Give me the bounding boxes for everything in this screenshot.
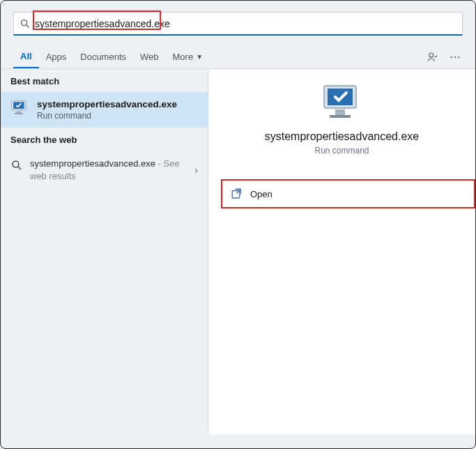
- search-icon: [10, 159, 23, 172]
- svg-rect-14: [335, 109, 345, 115]
- web-result-text: systempropertiesadvanced.exe - See web r…: [30, 158, 187, 183]
- action-open-label: Open: [250, 189, 272, 199]
- search-icon: [20, 18, 31, 29]
- tab-more[interactable]: More ▼: [166, 46, 210, 68]
- best-match-text: systempropertiesadvanced.exe Run command: [37, 99, 177, 121]
- tab-more-label: More: [173, 52, 194, 62]
- web-result-title: systempropertiesadvanced.exe: [30, 158, 155, 169]
- svg-line-11: [18, 167, 21, 169]
- detail-title: systempropertiesadvanced.exe: [265, 130, 419, 143]
- search-box[interactable]: [13, 12, 463, 36]
- detail-panel: systempropertiesadvanced.exe Run command: [208, 69, 475, 155]
- body-split: Best match systempropertiesadvanced.exe …: [1, 69, 475, 434]
- search-bar-wrap: [1, 1, 475, 43]
- more-icon[interactable]: [449, 51, 461, 63]
- best-match-sub: Run command: [37, 111, 177, 121]
- chevron-down-icon: ▼: [196, 53, 203, 61]
- svg-point-4: [454, 56, 456, 57]
- detail-sub: Run command: [314, 146, 369, 155]
- search-web-header: Search the web: [1, 128, 208, 151]
- tab-apps[interactable]: Apps: [39, 46, 74, 68]
- tab-web[interactable]: Web: [133, 46, 166, 68]
- left-pane: Best match systempropertiesadvanced.exe …: [1, 69, 208, 434]
- header-right-icons: [427, 51, 463, 63]
- svg-point-5: [458, 56, 459, 57]
- feedback-icon[interactable]: [427, 51, 439, 63]
- svg-point-2: [429, 53, 433, 57]
- chevron-right-icon: ›: [194, 165, 198, 176]
- svg-rect-15: [330, 115, 351, 118]
- best-match-title: systempropertiesadvanced.exe: [37, 99, 177, 109]
- tabs-row: All Apps Documents Web More ▼: [1, 43, 475, 69]
- svg-line-1: [26, 25, 29, 27]
- best-match-item[interactable]: systempropertiesadvanced.exe Run command: [1, 92, 208, 128]
- web-result-item[interactable]: systempropertiesadvanced.exe - See web r…: [1, 151, 208, 190]
- tab-all[interactable]: All: [13, 45, 39, 68]
- best-match-header: Best match: [1, 69, 208, 92]
- tab-documents[interactable]: Documents: [73, 46, 133, 68]
- actions-list: Open: [208, 179, 475, 208]
- open-icon: [231, 188, 243, 200]
- svg-rect-13: [328, 89, 353, 105]
- svg-rect-9: [15, 113, 24, 114]
- monitor-icon: [10, 99, 30, 116]
- svg-point-10: [13, 161, 19, 167]
- svg-rect-8: [16, 112, 21, 114]
- annotation-highlight-open: Open: [221, 179, 475, 208]
- search-window: All Apps Documents Web More ▼ Best match: [0, 0, 476, 449]
- monitor-icon: [320, 84, 364, 122]
- svg-point-3: [451, 56, 452, 57]
- right-pane: systempropertiesadvanced.exe Run command…: [208, 69, 475, 434]
- svg-point-0: [22, 20, 27, 25]
- search-input[interactable]: [35, 18, 456, 29]
- action-open[interactable]: Open: [224, 182, 473, 206]
